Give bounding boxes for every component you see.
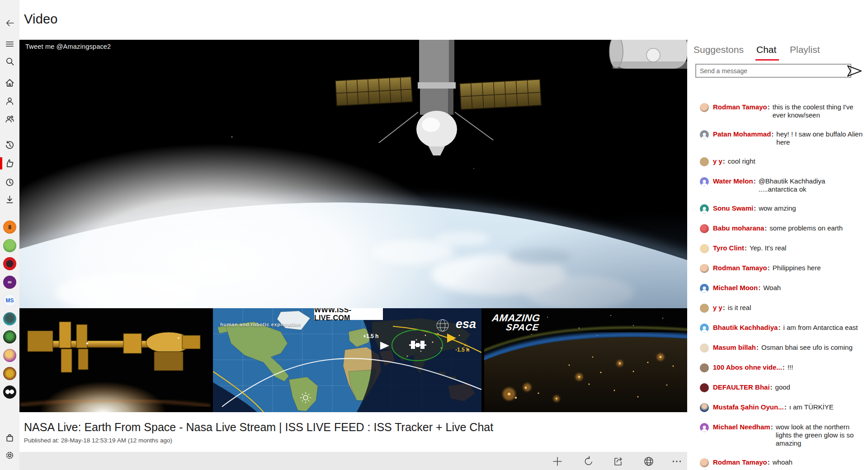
chat-username[interactable]: 100 Abos ohne vide... [713, 363, 782, 371]
chat-username[interactable]: Sonu Swami [713, 204, 753, 212]
chat-name-colon: : [723, 157, 725, 165]
chat-username[interactable]: Masum billah [713, 343, 756, 352]
chat-user-avatar [700, 157, 709, 166]
chat-message: y y : is it real [700, 304, 865, 313]
share-icon [613, 456, 624, 467]
more-options-button[interactable] [671, 456, 683, 467]
watch-later-button[interactable] [5, 177, 15, 188]
person-silhouette-icon [700, 424, 709, 432]
chat-message: Water Melon : @Bhautik Kachhadiya .....a… [700, 177, 865, 193]
settings-button[interactable] [5, 450, 15, 461]
channel-avatar[interactable] [3, 239, 16, 252]
chat-username[interactable]: y y [713, 304, 722, 312]
video-player[interactable]: Tweet me @Amazingspace2 [19, 40, 687, 412]
chat-message: y y : cool right [700, 157, 865, 166]
chat-message-text: cool right [728, 157, 865, 165]
chat-username[interactable]: Rodman Tamayo [713, 103, 767, 111]
chat-message: Tyro Clint : Yep. It's real [700, 244, 865, 253]
chat-username[interactable]: y y [713, 157, 722, 165]
person-silhouette-icon [700, 324, 709, 333]
channel-avatar[interactable]: ∞ [3, 276, 16, 289]
chat-username[interactable]: Bhautik Kachhadiya [713, 324, 778, 332]
person-silhouette-icon [700, 131, 709, 139]
back-button[interactable] [4, 18, 15, 28]
chat-message-text: wow amzing [759, 204, 865, 212]
send-message-button[interactable] [847, 65, 862, 77]
channel-avatar[interactable] [3, 349, 16, 362]
likes-button[interactable] [5, 158, 15, 169]
tab-chat[interactable]: Chat [756, 44, 776, 55]
chat-message-input[interactable] [695, 64, 851, 78]
channel-avatar[interactable]: 8 [3, 221, 16, 234]
chat-user-avatar [700, 403, 709, 412]
chat-name-colon: : [771, 423, 773, 431]
search-button[interactable] [5, 56, 15, 66]
chat-message-text: @Bhautik Kachhadiya .....antarctica ok [759, 177, 865, 193]
chat-username[interactable]: Rodman Tamayo [713, 264, 767, 272]
chat-message-text: ı am TÜRKİYE [789, 403, 865, 411]
chat-username[interactable]: Tyro Clint [713, 244, 744, 252]
tab-suggestions[interactable]: Suggestons [693, 44, 744, 55]
chat-message-text: some problems on earth [769, 224, 865, 232]
downloads-button[interactable] [5, 194, 15, 205]
tab-playlist[interactable]: Playlist [790, 44, 820, 55]
amazing-space-logo-line1: AMAZING [491, 314, 541, 323]
chat-name-colon: : [764, 224, 767, 232]
channel-avatar[interactable] [3, 367, 16, 380]
chat-message: Patan Mohammad : hey! ! I saw one buffal… [700, 130, 865, 146]
chat-name-colon: : [756, 343, 759, 352]
chat-user-avatar [700, 103, 709, 112]
history-button[interactable] [5, 140, 15, 150]
menu-button[interactable] [5, 39, 15, 49]
download-icon [5, 194, 15, 205]
nav-sidebar: 8∞MS [0, 0, 19, 470]
svg-text:-1.5 h: -1.5 h [455, 347, 469, 353]
channel-avatar[interactable]: MS [3, 294, 16, 307]
share-button[interactable] [613, 456, 624, 467]
chat-user-avatar [700, 244, 709, 253]
chat-username[interactable]: Rodman Tamayo [713, 458, 767, 466]
amazing-space-logo: AMAZING SPACE [490, 314, 541, 332]
chat-username[interactable]: DEFAULTER Bhai [713, 383, 770, 391]
person-silhouette-icon [700, 285, 709, 293]
channel-avatar[interactable] [3, 257, 16, 270]
subscriptions-button[interactable] [5, 114, 15, 124]
chat-username[interactable]: Michael Needham [713, 423, 770, 431]
svg-text:+1.5 h: +1.5 h [363, 333, 378, 339]
people-icon [5, 114, 15, 124]
amazing-space-logo-line2: SPACE [505, 323, 539, 332]
chat-user-avatar [700, 224, 709, 233]
home-button[interactable] [5, 78, 15, 88]
chat-username[interactable]: Patan Mohammad [713, 130, 771, 138]
chat-name-colon: : [784, 403, 787, 411]
chat-name-colon: : [783, 363, 785, 371]
chat-message-text: this is the coolest thing I've ever know… [773, 103, 865, 119]
clock-icon [5, 177, 15, 188]
chat-message-text: !!! [788, 363, 865, 371]
globe-icon [643, 456, 655, 467]
chat-username[interactable]: Water Melon [713, 177, 753, 185]
account-button[interactable] [5, 96, 15, 106]
channel-avatar[interactable] [3, 385, 16, 399]
channel-avatar[interactable] [3, 312, 16, 325]
refresh-button[interactable] [583, 456, 594, 467]
open-in-web-button[interactable] [643, 456, 655, 467]
chat-message-text: Philippines here [773, 264, 865, 272]
chat-message: 100 Abos ohne vide... : !!! [700, 363, 865, 372]
chat-username[interactable]: Mustafa Şahin Oyun... [713, 403, 784, 411]
add-to-playlist-button[interactable] [552, 456, 563, 467]
chat-username[interactable]: Babu moharana [713, 224, 764, 232]
chat-name-colon: : [770, 383, 773, 391]
chat-message: Rodman Tamayo : Philippines here [700, 264, 865, 273]
chat-message: Masum billah : Osman bhai see ufo is com… [700, 343, 865, 352]
chat-name-colon: : [778, 324, 780, 332]
channel-avatar[interactable] [3, 330, 16, 343]
chat-user-avatar [700, 383, 709, 392]
purchases-button[interactable] [5, 433, 15, 443]
home-icon [5, 78, 15, 88]
chat-name-colon: : [745, 244, 747, 252]
app-window: 8∞MS Video [0, 0, 868, 470]
chat-username[interactable]: Michael Moon [713, 284, 758, 292]
esa-logo: esa [456, 317, 476, 331]
chat-name-colon: : [758, 284, 760, 292]
